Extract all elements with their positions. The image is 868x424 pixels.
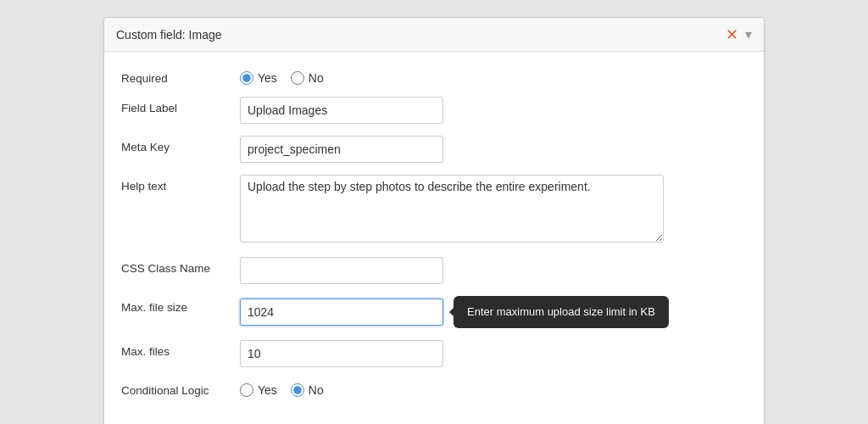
help-text-row: Help text Upload the step by step photos… [121, 175, 747, 245]
field-label-input[interactable] [240, 97, 443, 124]
card-body: Required Yes No Field Label Meta Key [104, 52, 764, 424]
max-file-size-tooltip: Enter maximum upload size limit in KB [453, 296, 669, 328]
required-no-radio[interactable] [291, 71, 304, 85]
header-actions: ✕ ▾ [726, 26, 752, 42]
chevron-down-icon[interactable]: ▾ [745, 26, 752, 42]
field-label-row: Field Label [121, 97, 747, 124]
close-icon[interactable]: ✕ [726, 27, 738, 42]
card-title: Custom field: Image [116, 28, 222, 42]
meta-key-row: Meta Key [121, 136, 747, 163]
card-header: Custom field: Image ✕ ▾ [104, 18, 764, 52]
required-no-label: No [309, 71, 324, 85]
max-files-row: Max. files [121, 340, 747, 367]
custom-field-card: Custom field: Image ✕ ▾ Required Yes No … [103, 17, 765, 424]
field-label-control [240, 97, 747, 124]
required-label: Required [121, 67, 240, 85]
max-file-size-control: Enter maximum upload size limit in KB [240, 296, 747, 328]
meta-key-label: Meta Key [121, 136, 240, 153]
conditional-logic-row: Conditional Logic Yes No [121, 379, 747, 397]
meta-key-control [240, 136, 747, 163]
conditional-logic-radio-group: Yes No [240, 379, 747, 397]
meta-key-input[interactable] [240, 136, 443, 163]
help-text-control: Upload the step by step photos to descri… [240, 175, 747, 245]
required-row: Required Yes No [121, 67, 747, 85]
field-label-label: Field Label [121, 97, 240, 114]
help-text-label: Help text [121, 175, 240, 192]
conditional-yes-label: Yes [258, 383, 277, 397]
required-yes-label: Yes [258, 71, 277, 85]
css-class-label: CSS Class Name [121, 257, 240, 275]
max-files-label: Max. files [121, 340, 240, 358]
css-class-control [240, 257, 747, 284]
help-text-input[interactable]: Upload the step by step photos to descri… [240, 175, 664, 243]
max-file-size-label: Max. file size [121, 296, 240, 314]
conditional-yes-option[interactable]: Yes [240, 383, 277, 397]
conditional-yes-radio[interactable] [240, 383, 253, 397]
max-file-size-row: Max. file size Enter maximum upload size… [121, 296, 747, 328]
css-class-input[interactable] [240, 257, 443, 284]
required-yes-radio[interactable] [240, 71, 253, 85]
required-yes-option[interactable]: Yes [240, 71, 277, 85]
max-files-input[interactable] [240, 340, 443, 367]
css-class-row: CSS Class Name [121, 257, 747, 284]
required-no-option[interactable]: No [291, 71, 324, 85]
conditional-logic-label: Conditional Logic [121, 379, 240, 397]
conditional-no-option[interactable]: No [291, 383, 324, 397]
conditional-no-radio[interactable] [291, 383, 304, 397]
conditional-no-label: No [309, 383, 324, 397]
required-radio-group: Yes No [240, 67, 747, 85]
max-files-control [240, 340, 747, 367]
max-file-size-input[interactable] [240, 298, 443, 326]
